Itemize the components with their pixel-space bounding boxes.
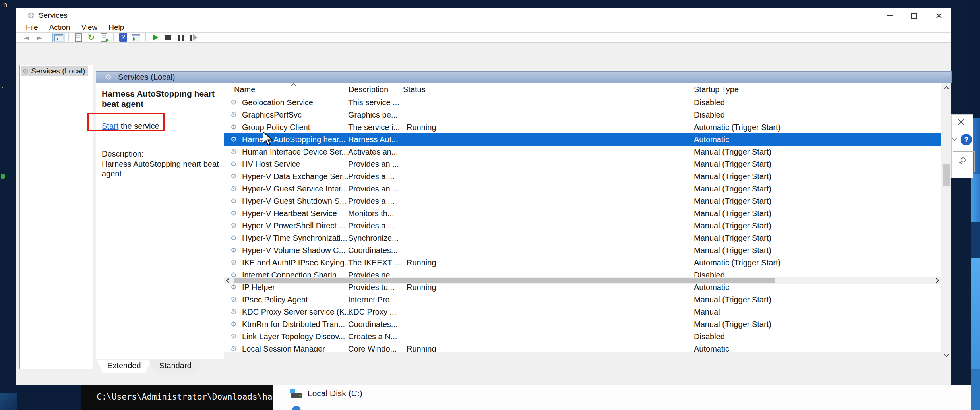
- menu-action[interactable]: Action: [44, 23, 76, 32]
- close-button[interactable]: [926, 8, 951, 23]
- local-disk-icon: [290, 389, 302, 398]
- chevron-down-icon[interactable]: [952, 135, 957, 141]
- window-title: Services: [39, 11, 68, 20]
- table-row[interactable]: ⚙ Geolocation Service This service ... D…: [224, 97, 941, 109]
- title-bar[interactable]: ⚙ Services: [16, 8, 951, 23]
- scroll-up-button[interactable]: [941, 83, 951, 92]
- search-box[interactable]: [953, 151, 975, 172]
- wallpaper-beam: [971, 258, 980, 369]
- description-label: Description:: [102, 149, 220, 159]
- table-row[interactable]: ⚙ Harness AutoStopping hear... Harness A…: [224, 133, 941, 146]
- table-row[interactable]: ⚙ GraphicsPerfSvc Graphics pe... Disable…: [224, 109, 941, 121]
- network-icon-partial: [292, 406, 301, 410]
- column-header-description[interactable]: Description: [349, 85, 388, 94]
- table-row[interactable]: ⚙ Hyper-V Volume Shadow C... Coordinates…: [224, 244, 941, 257]
- cell-name: Hyper-V Data Exchange Ser...: [242, 172, 349, 181]
- table-row[interactable]: ⚙ Hyper-V PowerShell Direct ... Provides…: [224, 220, 941, 232]
- vertical-scrollbar[interactable]: [941, 83, 951, 359]
- table-row[interactable]: ⚙ Hyper-V Guest Service Inter... Provide…: [224, 183, 941, 195]
- service-gear-icon: ⚙: [230, 258, 237, 267]
- cell-startup-type: Manual (Trigger Start): [694, 320, 771, 329]
- tree-item-services-local[interactable]: ⚙ Services (Local): [21, 66, 88, 76]
- show-action-pane-button[interactable]: [130, 33, 142, 42]
- toolbar-separator: [145, 33, 146, 41]
- table-row[interactable]: ⚙ Local Session Manager Core Windo... Ru…: [224, 343, 941, 352]
- table-row[interactable]: ⚙ IKE and AuthIP IPsec Keying... The IKE…: [224, 257, 941, 269]
- cell-startup-type: Manual (Trigger Start): [694, 295, 771, 304]
- column-divider[interactable]: [689, 84, 689, 95]
- start-service-button[interactable]: [149, 33, 162, 42]
- stop-service-icon: [165, 35, 171, 40]
- tab-extended[interactable]: Extended: [97, 360, 151, 373]
- cell-description: Harness Aut...: [348, 135, 398, 144]
- maximize-button[interactable]: [902, 8, 926, 23]
- cell-description: Provides a ...: [348, 172, 395, 181]
- toolbar-separator: [49, 33, 49, 41]
- table-row[interactable]: ⚙ Link-Layer Topology Discov... Creates …: [224, 331, 941, 343]
- cell-name: KDC Proxy Server service (K...: [242, 308, 351, 317]
- minimize-button[interactable]: [877, 8, 902, 23]
- cell-startup-type: Disabled: [694, 332, 725, 341]
- help-button[interactable]: ?: [117, 33, 130, 42]
- menu-file[interactable]: File: [16, 23, 44, 32]
- table-row[interactable]: ⚙ KtmRm for Distributed Tran... Coordina…: [224, 318, 941, 331]
- chevron-right-icon: [934, 278, 939, 283]
- forward-button[interactable]: ►: [33, 33, 46, 42]
- table-row[interactable]: ⚙ Hyper-V Data Exchange Ser... Provides …: [224, 170, 941, 183]
- back-button[interactable]: ◄: [20, 33, 33, 42]
- cell-startup-type: Disabled: [694, 110, 725, 120]
- menu-help[interactable]: Help: [103, 23, 130, 32]
- table-row[interactable]: ⚙ Human Interface Device Ser... Activate…: [224, 146, 941, 158]
- column-header-startup-type[interactable]: Startup Type: [694, 85, 739, 94]
- stop-service-button[interactable]: [162, 33, 174, 42]
- show-console-tree-button[interactable]: [52, 33, 65, 42]
- properties-button[interactable]: [72, 33, 85, 42]
- cell-name: HV Host Service: [242, 160, 300, 169]
- pause-service-button[interactable]: [174, 33, 187, 42]
- column-divider[interactable]: [397, 84, 397, 95]
- horizontal-scrollbar[interactable]: [224, 277, 941, 284]
- column-header-name[interactable]: Name: [234, 85, 255, 94]
- table-row[interactable]: ⚙ HV Host Service Provides an ... Manual…: [224, 158, 941, 170]
- cell-name: IKE and AuthIP IPsec Keying...: [242, 258, 351, 267]
- desktop-icon-fragment: [1, 174, 5, 179]
- view-tabs: Extended Standard: [97, 360, 199, 373]
- table-row[interactable]: ⚙ KDC Proxy Server service (K... KDC Pro…: [224, 306, 941, 318]
- cell-name: IPsec Policy Agent: [242, 295, 308, 304]
- drive-list-item[interactable]: Local Disk (C:): [290, 389, 362, 398]
- table-row[interactable]: ⚙ Group Policy Client The service i... R…: [224, 121, 941, 133]
- toolbar-separator: [68, 33, 69, 41]
- terminal-window-partial[interactable]: C:\Users\Administrator\Downloads\harn: [81, 383, 273, 410]
- cell-description: Core Windo...: [348, 344, 397, 352]
- cell-startup-type: Manual (Trigger Start): [694, 197, 771, 206]
- refresh-button[interactable]: ↻: [85, 33, 97, 42]
- close-button[interactable]: [957, 118, 966, 127]
- table-row[interactable]: ⚙ IPsec Policy Agent Internet Pro... Man…: [224, 294, 941, 306]
- table-row[interactable]: ⚙ Hyper-V Guest Shutdown S... Provides a…: [224, 195, 941, 207]
- table-row[interactable]: ⚙ Hyper-V Time Synchronizati... Synchron…: [224, 232, 941, 244]
- tree-item-label: Services (Local): [31, 67, 85, 75]
- menu-view[interactable]: View: [76, 23, 103, 32]
- description-text: Harness AutoStopping heart beat agent: [102, 159, 220, 178]
- desktop: n : ? C:\Users\Administrator\Downloads\h…: [0, 0, 980, 410]
- scroll-down-button[interactable]: [941, 350, 951, 359]
- restart-service-button[interactable]: [187, 33, 200, 42]
- service-gear-icon: ⚙: [230, 209, 237, 217]
- scroll-left-button[interactable]: [224, 277, 233, 284]
- column-header-status[interactable]: Status: [403, 85, 426, 94]
- cell-startup-type: Manual: [694, 308, 720, 317]
- cell-description: The service i...: [348, 123, 400, 132]
- help-button[interactable]: ?: [961, 134, 972, 145]
- drive-label: Local Disk (C:): [308, 389, 362, 398]
- tab-standard[interactable]: Standard: [149, 360, 202, 373]
- chevron-left-icon: [226, 278, 231, 283]
- vertical-scrollbar-thumb[interactable]: [943, 164, 950, 186]
- service-gear-icon: ⚙: [230, 197, 237, 205]
- cell-startup-type: Manual (Trigger Start): [694, 246, 771, 255]
- horizontal-scrollbar-thumb[interactable]: [234, 278, 775, 283]
- scroll-right-button[interactable]: [932, 277, 941, 284]
- wallpaper-beam: [971, 369, 980, 410]
- column-divider[interactable]: [345, 84, 345, 95]
- table-row[interactable]: ⚙ Hyper-V Heartbeat Service Monitors th.…: [224, 207, 941, 220]
- export-list-button[interactable]: [97, 33, 110, 42]
